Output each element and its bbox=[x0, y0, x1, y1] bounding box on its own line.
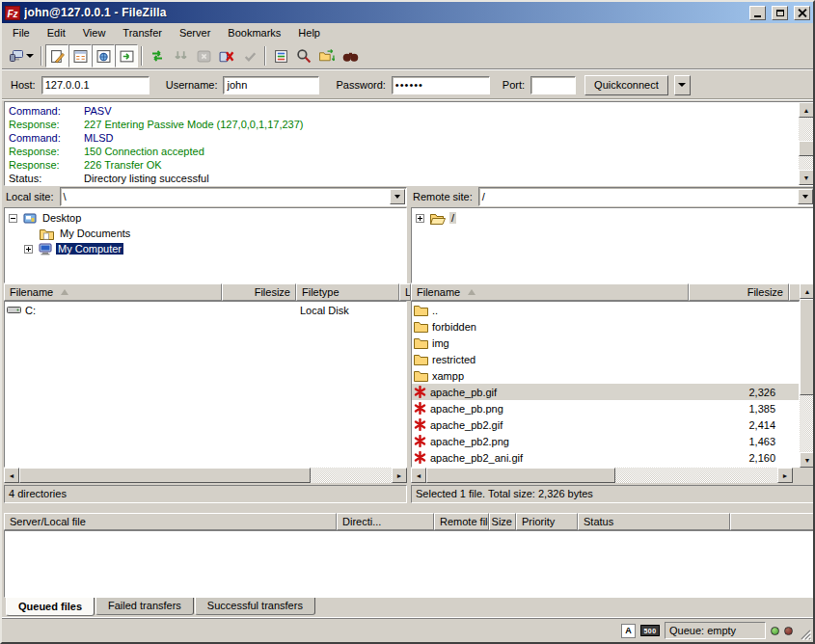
file-name: apache_pb2.gif bbox=[430, 419, 503, 431]
file-name: xampp bbox=[432, 370, 464, 382]
file-row[interactable]: apache_pb.png 1,385 bbox=[412, 400, 799, 416]
scroll-up-icon[interactable]: ▲ bbox=[800, 283, 815, 299]
column-last-modified[interactable]: L bbox=[399, 283, 411, 301]
local-site-combo[interactable]: \ bbox=[60, 187, 407, 206]
toggle-queue-button[interactable] bbox=[115, 44, 138, 67]
menu-help[interactable]: Help bbox=[289, 25, 329, 41]
remote-site-dropdown-button[interactable] bbox=[798, 189, 813, 204]
close-button[interactable] bbox=[794, 6, 810, 20]
scroll-thumb[interactable] bbox=[426, 468, 615, 483]
column-priority[interactable]: Priority bbox=[516, 513, 578, 530]
file-row[interactable]: apache_pb2_ani.gif 2,160 bbox=[412, 449, 799, 466]
log-line: Response:150 Connection accepted bbox=[9, 145, 798, 158]
column-size[interactable]: Size bbox=[489, 513, 516, 530]
password-input[interactable] bbox=[392, 76, 490, 94]
file-row-selected[interactable]: apache_pb.gif 2,326 bbox=[412, 384, 799, 400]
titlebar[interactable]: Fz john@127.0.0.1 - FileZilla bbox=[2, 2, 813, 23]
column-status[interactable]: Status bbox=[578, 513, 730, 530]
file-row[interactable]: xampp bbox=[412, 367, 799, 384]
file-row[interactable]: apache_pb2.gif 2,414 bbox=[412, 416, 799, 433]
file-size: 2,160 bbox=[689, 452, 775, 464]
disconnect-button[interactable] bbox=[215, 44, 238, 67]
column-filesize[interactable]: Filesize bbox=[222, 283, 296, 301]
scroll-right-icon[interactable]: ► bbox=[777, 468, 793, 483]
scroll-thumb[interactable] bbox=[799, 141, 814, 156]
scroll-left-icon[interactable]: ◄ bbox=[4, 468, 19, 483]
local-status-text: 4 directories bbox=[4, 485, 407, 503]
remote-site-combo[interactable]: / bbox=[478, 187, 815, 206]
menu-transfer[interactable]: Transfer bbox=[114, 25, 171, 41]
scroll-right-icon[interactable]: ► bbox=[392, 468, 407, 483]
remote-file-list: .. forbidden img restricted xampp apache… bbox=[411, 301, 800, 468]
menu-bookmarks[interactable]: Bookmarks bbox=[219, 25, 289, 41]
minimize-button[interactable] bbox=[749, 6, 766, 20]
menu-edit[interactable]: Edit bbox=[39, 25, 74, 41]
resize-grip[interactable] bbox=[798, 627, 811, 640]
maximize-button[interactable] bbox=[772, 6, 788, 20]
scroll-thumb[interactable] bbox=[19, 468, 311, 483]
column-server-local-file[interactable]: Server/Local file bbox=[4, 513, 337, 530]
my-documents-icon bbox=[40, 228, 54, 240]
quickconnect-dropdown-button[interactable] bbox=[674, 75, 691, 95]
find-files-button[interactable] bbox=[339, 44, 362, 67]
synchronized-browsing-button[interactable] bbox=[315, 44, 339, 67]
scroll-up-icon[interactable]: ▲ bbox=[799, 102, 814, 118]
transfer-type-icon[interactable]: A bbox=[621, 624, 636, 638]
site-manager-button[interactable] bbox=[5, 44, 38, 67]
file-row[interactable]: forbidden bbox=[412, 318, 799, 335]
username-label: Username: bbox=[166, 79, 218, 91]
remote-vscrollbar[interactable]: ▲ ▼ bbox=[800, 283, 815, 468]
scroll-down-icon[interactable]: ▼ bbox=[800, 452, 815, 468]
tree-item-my-computer[interactable]: My Computer bbox=[5, 241, 406, 256]
expand-icon[interactable] bbox=[416, 214, 424, 223]
column-direction[interactable]: Directi... bbox=[337, 513, 434, 530]
collapse-icon[interactable] bbox=[9, 214, 17, 223]
column-remote-file[interactable]: Remote file bbox=[434, 513, 489, 530]
speed-limit-icon[interactable]: 500 bbox=[640, 625, 660, 636]
toggle-local-tree-button[interactable] bbox=[68, 44, 92, 67]
menu-view[interactable]: View bbox=[74, 25, 115, 41]
scroll-down-icon[interactable]: ▼ bbox=[799, 170, 814, 185]
expand-icon[interactable] bbox=[24, 245, 33, 254]
quickconnect-button[interactable]: Quickconnect bbox=[584, 75, 668, 95]
column-filename[interactable]: Filename bbox=[411, 283, 689, 301]
tree-item-root[interactable]: / bbox=[412, 210, 814, 226]
folder-icon bbox=[414, 353, 428, 365]
cancel-operation-button[interactable] bbox=[192, 44, 215, 67]
process-queue-button[interactable] bbox=[169, 44, 192, 67]
host-input[interactable] bbox=[41, 76, 149, 94]
refresh-button[interactable] bbox=[146, 44, 169, 67]
local-site-dropdown-button[interactable] bbox=[390, 189, 405, 204]
username-input[interactable] bbox=[223, 76, 319, 94]
column-filesize[interactable]: Filesize bbox=[689, 283, 789, 301]
file-row[interactable]: restricted bbox=[412, 351, 799, 367]
reconnect-button[interactable] bbox=[238, 44, 261, 67]
directory-comparison-button[interactable] bbox=[292, 44, 315, 67]
file-row[interactable]: img bbox=[412, 335, 799, 351]
scroll-thumb[interactable] bbox=[800, 299, 815, 395]
tab-failed-transfers[interactable]: Failed transfers bbox=[95, 598, 194, 615]
menu-file[interactable]: File bbox=[4, 25, 39, 41]
column-filename[interactable]: Filename bbox=[4, 283, 222, 301]
file-size: 2,414 bbox=[689, 419, 775, 431]
activity-led-red-icon bbox=[784, 627, 793, 635]
log-scrollbar[interactable]: ▲ ▼ bbox=[799, 102, 814, 185]
local-hscrollbar[interactable]: ◄ ► bbox=[4, 468, 407, 483]
tab-queued-files[interactable]: Queued files bbox=[6, 598, 95, 616]
menu-server[interactable]: Server bbox=[171, 25, 219, 41]
tree-item-my-documents[interactable]: My Documents bbox=[5, 226, 406, 241]
port-input[interactable] bbox=[530, 76, 576, 94]
file-row[interactable]: apache_pb2.png 1,463 bbox=[412, 433, 799, 449]
tree-item-desktop[interactable]: Desktop bbox=[5, 210, 406, 226]
remote-hscrollbar[interactable]: ◄ ► bbox=[411, 468, 793, 483]
file-row[interactable]: .. bbox=[412, 302, 799, 318]
desktop-icon bbox=[23, 212, 37, 225]
tab-successful-transfers[interactable]: Successful transfers bbox=[195, 598, 315, 615]
toggle-remote-tree-button[interactable] bbox=[92, 44, 115, 67]
column-filetype[interactable]: Filetype bbox=[296, 283, 399, 301]
scroll-left-icon[interactable]: ◄ bbox=[411, 468, 426, 483]
filter-button[interactable] bbox=[269, 44, 292, 67]
file-type: Local Disk bbox=[300, 305, 349, 316]
toggle-message-log-button[interactable] bbox=[45, 44, 68, 67]
file-row[interactable]: C: Local Disk bbox=[5, 302, 406, 318]
